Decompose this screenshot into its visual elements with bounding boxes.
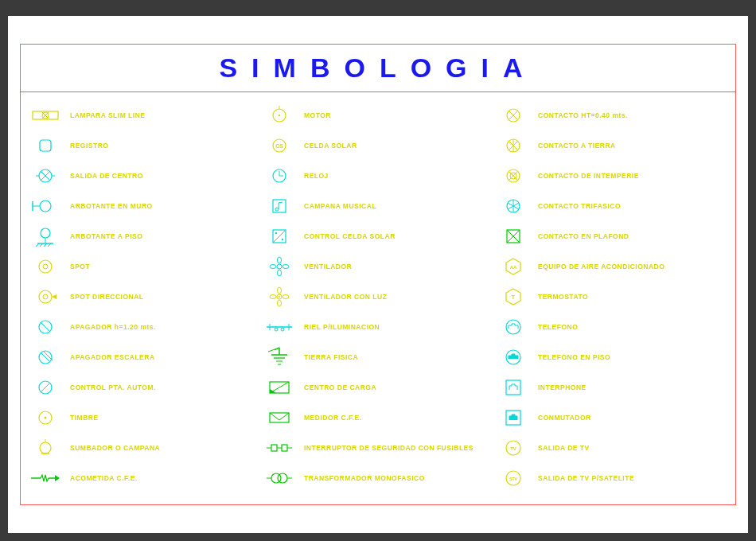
legend-title: SIMBOLOGIA <box>219 53 536 84</box>
legend-item: CAMPANA MUSICAL <box>261 191 495 221</box>
legend-column-2: MOTORCSCELDA SOLARRELOJCAMPANA MUSICALCO… <box>261 100 495 496</box>
svg-rect-4 <box>40 140 51 151</box>
svg-point-55 <box>278 257 282 263</box>
svg-point-53 <box>282 239 283 240</box>
legend-item: CENTRO DE CARGA <box>261 372 495 403</box>
legend-item-label: CONTACTO EN PLAFOND <box>538 232 629 240</box>
tierra-icon <box>261 344 298 371</box>
legend-item-label: TELEFONO EN PISO <box>538 353 610 361</box>
contacto-tierra-icon <box>495 132 532 159</box>
legend-item-label: CONTACTO TRIFASICO <box>538 202 621 210</box>
legend-item-label: RIEL P/ILUMINACION <box>304 323 380 331</box>
control-celda-icon <box>261 223 298 250</box>
legend-item-label: SPOT <box>70 263 90 270</box>
contacto-intemp-icon <box>495 162 532 189</box>
legend-item-label: INTERPHONE <box>538 383 586 391</box>
svg-text:CS: CS <box>275 143 283 149</box>
svg-rect-46 <box>273 200 286 212</box>
legend-item: SUMBADOR O CAMPANA <box>27 433 261 463</box>
spot-dir-icon <box>27 283 64 310</box>
legend-item-label: TELEFONO <box>538 323 578 331</box>
svg-rect-109 <box>506 380 520 395</box>
svg-point-20 <box>39 260 52 273</box>
contacto-plafond-icon <box>495 223 532 250</box>
svg-point-47 <box>275 208 279 211</box>
legend-item: RELOJ <box>261 161 495 191</box>
legend-item-label: CENTRO DE CARGA <box>304 383 376 391</box>
legend-item-label: CAMPANA MUSICAL <box>304 202 376 210</box>
legend-item-label: LAMPARA SLIM LINE <box>70 111 145 119</box>
legend-item: VENTILADOR CON LUZ <box>261 282 495 312</box>
legend-item: TVSALIDA DE TV <box>495 433 729 463</box>
legend-item: TIERRA FISICA <box>261 342 495 372</box>
arbotante-muro-icon <box>27 193 64 220</box>
svg-point-68 <box>275 328 278 331</box>
legend-item: RIEL P/ILUMINACION <box>261 312 495 342</box>
legend-item: TRANSFORMADOR MONOFASICO <box>261 463 495 493</box>
legend-item: LAMPARA SLIM LINE <box>27 100 261 130</box>
svg-text:TV: TV <box>510 446 516 451</box>
celda-solar-icon: CS <box>261 132 298 159</box>
termostato-icon: T <box>495 283 532 310</box>
legend-item-label: CONTACTO A TIERRA <box>538 142 616 150</box>
centro-carga-icon <box>261 374 298 401</box>
legend-item-label: ACOMETIDA C.F.E. <box>70 474 138 482</box>
svg-point-22 <box>39 290 52 303</box>
spot-icon <box>27 253 64 280</box>
legend-item-label: TIMBRE <box>70 414 99 422</box>
legend-item: CONMUTADOR <box>495 403 729 433</box>
lamp-slimline-icon <box>27 102 64 129</box>
svg-point-56 <box>278 270 282 276</box>
svg-point-23 <box>43 294 48 299</box>
svg-point-13 <box>41 228 50 238</box>
legend-item: CONTACTO DE INTEMPERIE <box>495 161 729 191</box>
svg-point-84 <box>278 473 287 483</box>
svg-point-33 <box>40 442 51 453</box>
svg-point-54 <box>277 264 282 269</box>
legend-item: CONTACTO TRIFASICO <box>495 191 729 221</box>
svg-line-27 <box>41 352 50 362</box>
legend-item-label: CONTACTO HT=0.40 mts. <box>538 111 628 119</box>
legend-item-label: TERMOSTATO <box>538 293 588 301</box>
legend-item: MOTOR <box>261 100 495 130</box>
svg-line-51 <box>273 230 286 243</box>
legend-item: CONTACTO HT=0.40 mts. <box>495 100 729 130</box>
legend-item: CSCELDA SOLAR <box>261 130 495 161</box>
legend-item: APAGADOR ESCALERA <box>27 342 261 372</box>
legend-item: ARBOTANTE A PISO <box>27 221 261 251</box>
legend-item: TELEFONO EN PISO <box>495 342 729 372</box>
salida-tv-sat-icon: STV <box>495 465 532 492</box>
svg-point-40 <box>279 115 280 116</box>
telefono-piso-icon <box>495 344 532 371</box>
legend-item-label: CELDA SOLAR <box>304 142 357 150</box>
aire-acond-icon: AA <box>495 253 532 280</box>
apagador-esc-icon <box>27 344 64 371</box>
svg-point-64 <box>279 296 280 298</box>
legend-item-label: INTERRUPTOR DE SEGURIDAD CON FUSIBLES <box>304 444 473 452</box>
title-box: SIMBOLOGIA <box>21 45 735 92</box>
ventilador-luz-icon <box>261 283 298 310</box>
campana-musical-icon <box>261 193 298 220</box>
legend-item: ARBOTANTE EN MURO <box>27 191 261 221</box>
legend-item-label: APAGADOR h=1.20 mts. <box>70 323 156 331</box>
legend-item-label: MOTOR <box>304 111 331 119</box>
legend-item-label: CONTROL PTA. AUTOM. <box>70 383 156 391</box>
legend-item: INTERPHONE <box>495 372 729 403</box>
svg-line-30 <box>41 383 50 392</box>
riel-icon <box>261 313 298 341</box>
legend-item: TIMBRE <box>27 403 261 433</box>
legend-item: AAEQUIPO DE AIRE ACONDICIONADO <box>495 251 729 282</box>
legend-item-label: CONMUTADOR <box>538 414 591 422</box>
svg-point-58 <box>283 265 289 269</box>
legend-item: INTERRUPTOR DE SEGURIDAD CON FUSIBLES <box>261 433 495 463</box>
legend-item: STVSALIDA DE TV P/SATELITE <box>495 463 729 493</box>
legend-item-label: SALIDA DE CENTRO <box>70 172 143 180</box>
legend-item: APAGADOR h=1.20 mts. <box>27 312 261 342</box>
legend-item-label: ARBOTANTE A PISO <box>70 232 142 240</box>
legend-item: CONTACTO A TIERRA <box>495 130 729 161</box>
interphone-icon <box>495 374 532 401</box>
legend-item: CONTROL CELDA SOLAR <box>261 221 495 251</box>
legend-item-label: CONTACTO DE INTEMPERIE <box>538 172 639 180</box>
conmutador-icon <box>495 404 532 431</box>
svg-point-69 <box>281 328 284 331</box>
